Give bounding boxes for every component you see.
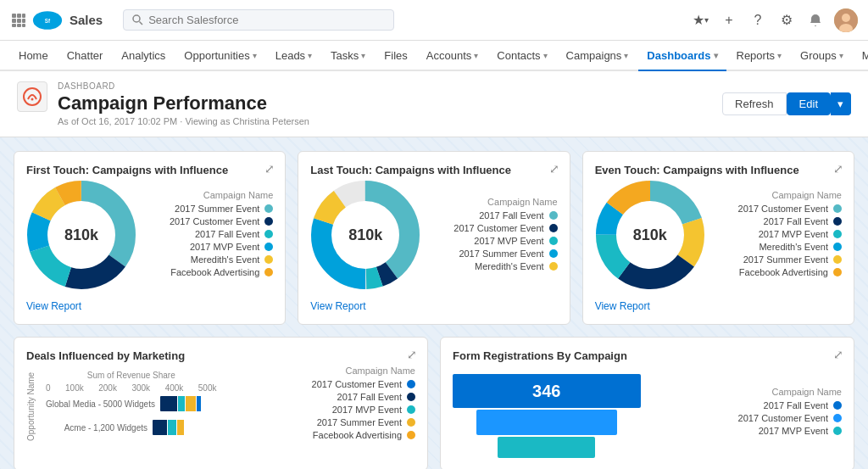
last-touch-content: 810k Campaign Name 2017 Fall Event 2017 … — [310, 180, 557, 290]
first-touch-donut: 810k — [26, 180, 136, 290]
last-touch-donut: 810k — [310, 180, 420, 290]
nav-campaigns[interactable]: Campaigns ▾ — [558, 41, 637, 71]
first-touch-view-report[interactable]: View Report — [26, 300, 273, 312]
legend-dot — [833, 414, 842, 422]
svg-rect-0 — [12, 14, 16, 18]
legend-dot — [549, 237, 558, 245]
legend-dot — [833, 255, 842, 264]
svg-point-11 — [133, 15, 140, 22]
even-touch-view-report[interactable]: View Report — [595, 300, 842, 312]
legend-dot — [264, 230, 273, 238]
grid-icon[interactable] — [10, 12, 27, 29]
nav-chatter[interactable]: Chatter — [58, 41, 112, 71]
bottom-charts-row: Deals Influenced by Marketing ⤢ Opportun… — [14, 337, 854, 469]
legend-customer: 2017 Customer Event — [434, 223, 557, 233]
last-touch-title: Last Touch: Campaigns with Influence — [310, 164, 557, 176]
nav-home[interactable]: Home — [10, 41, 57, 71]
legend-dot — [549, 262, 558, 271]
deals-bar-inner: Sum of Revenue Share 0 100k 200k 300k 40… — [46, 371, 217, 443]
nav-reports[interactable]: Reports ▾ — [728, 41, 791, 71]
first-touch-card: First Touch: Campaigns with Influence ⤢ — [14, 151, 286, 325]
last-touch-view-report[interactable]: View Report — [310, 300, 557, 312]
form-reg-expand[interactable]: ⤢ — [833, 348, 843, 361]
nav-accounts[interactable]: Accounts ▾ — [418, 41, 487, 71]
svg-text:Sf: Sf — [45, 17, 51, 23]
legend-summer: 2017 Summer Event — [434, 248, 557, 259]
notifications-icon[interactable] — [805, 10, 826, 31]
svg-line-12 — [140, 22, 143, 25]
page-title: Campaign Performance — [58, 92, 309, 114]
legend-dot — [264, 204, 273, 213]
last-touch-card: Last Touch: Campaigns with Influence ⤢ 8… — [298, 151, 570, 325]
bar-label-acme: Acme - 1,200 Widgets — [46, 423, 147, 433]
deals-x-labels: 0 100k 200k 300k 400k 500k — [46, 383, 217, 393]
nav-opportunities[interactable]: Opportunities ▾ — [175, 41, 264, 71]
refresh-button[interactable]: Refresh — [722, 92, 787, 115]
nav-leads[interactable]: Leads ▾ — [267, 41, 320, 71]
even-touch-expand[interactable]: ⤢ — [833, 162, 843, 176]
first-touch-legend-title: Campaign Name — [150, 190, 273, 200]
top-charts-row: First Touch: Campaigns with Influence ⤢ — [14, 151, 854, 325]
funnel-layer-3 — [498, 437, 595, 458]
legend-dot — [833, 217, 842, 226]
nav-analytics[interactable]: Analytics — [113, 41, 174, 71]
legend-meredith: Meredith's Event — [150, 254, 273, 265]
favorites-icon[interactable]: ★▾ — [690, 10, 710, 31]
header-left: DASHBOARD Campaign Performance As of Oct… — [17, 81, 309, 126]
first-touch-content: 810k Campaign Name 2017 Summer Event 201… — [26, 180, 273, 290]
settings-icon[interactable]: ⚙ — [776, 10, 797, 31]
legend-dot — [407, 380, 415, 388]
search-input[interactable] — [148, 14, 385, 26]
form-reg-legend: Campaign Name 2017 Fall Event 2017 Custo… — [654, 387, 843, 438]
last-touch-legend: Campaign Name 2017 Fall Event 2017 Custo… — [434, 197, 557, 274]
legend-facebook: Facebook Advertising — [150, 267, 273, 277]
bar-global-segments — [160, 396, 217, 411]
deals-legend: Campaign Name 2017 Customer Event 2017 F… — [225, 366, 416, 443]
last-touch-expand[interactable]: ⤢ — [549, 162, 559, 176]
bar-segment — [153, 420, 167, 435]
legend-summer-event: 2017 Summer Event — [150, 204, 273, 214]
first-touch-expand[interactable]: ⤢ — [264, 162, 275, 176]
legend-dot — [833, 243, 842, 251]
svg-rect-3 — [12, 19, 16, 23]
nav-tasks[interactable]: Tasks ▾ — [322, 41, 374, 71]
first-touch-center-value: 810k — [64, 226, 98, 244]
legend-dot — [549, 224, 558, 232]
edit-button[interactable]: Edit — [787, 92, 831, 115]
add-icon[interactable]: + — [719, 10, 739, 31]
svg-rect-5 — [22, 19, 25, 23]
bar-segment — [197, 396, 201, 411]
even-touch-content: 810k Campaign Name 2017 Customer Event 2… — [595, 180, 842, 290]
search-bar[interactable] — [123, 9, 394, 31]
even-touch-center-value: 810k — [633, 226, 667, 244]
legend-customer-event: 2017 Customer Event — [150, 216, 273, 226]
deals-bar-rows: Global Media - 5000 Widgets Acme - 1,200… — [46, 396, 217, 443]
nav-files[interactable]: Files — [376, 41, 415, 71]
form-reg-card: Form Registrations By Campaign ⤢ 346 Cam… — [440, 337, 854, 469]
help-icon[interactable]: ? — [748, 10, 768, 31]
nav-dashboards[interactable]: Dashboards ▾ — [638, 41, 726, 71]
bar-row-global: Global Media - 5000 Widgets — [46, 396, 217, 411]
legend-dot — [833, 268, 842, 276]
nav-more[interactable]: More ▾ — [854, 41, 868, 71]
form-reg-legend-title: Campaign Name — [654, 387, 843, 397]
edit-dropdown-button[interactable]: ▾ — [831, 92, 851, 115]
dashboard-icon — [17, 81, 47, 112]
nav-contacts[interactable]: Contacts ▾ — [488, 41, 555, 71]
svg-rect-4 — [17, 19, 21, 23]
legend-dot — [833, 204, 842, 213]
svg-rect-2 — [22, 14, 25, 18]
even-touch-card: Even Touch: Campaigns with Influence ⤢ 8… — [582, 151, 854, 325]
deals-title: Deals Influenced by Marketing — [26, 349, 415, 362]
avatar[interactable] — [834, 8, 858, 32]
header-buttons: Refresh Edit ▾ — [722, 92, 851, 115]
bar-segment — [177, 420, 184, 435]
nav-groups[interactable]: Groups ▾ — [792, 41, 852, 71]
deals-expand[interactable]: ⤢ — [407, 348, 417, 361]
svg-rect-6 — [12, 24, 16, 27]
legend-dot — [549, 249, 558, 258]
svg-point-17 — [31, 98, 34, 101]
first-touch-legend: Campaign Name 2017 Summer Event 2017 Cus… — [150, 190, 273, 280]
header-title-area: DASHBOARD Campaign Performance As of Oct… — [58, 81, 309, 126]
last-touch-legend-title: Campaign Name — [434, 197, 557, 207]
